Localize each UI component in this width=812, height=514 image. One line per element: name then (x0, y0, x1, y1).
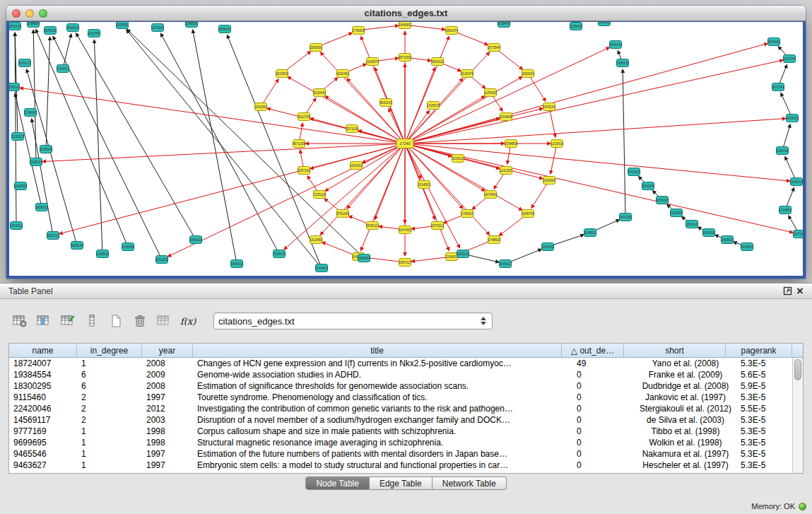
column-header-pagerank[interactable]: pagerank (726, 344, 792, 357)
graph-node[interactable]: 3216110 (452, 155, 464, 163)
graph-node[interactable]: 8595121 (366, 222, 379, 230)
graph-edge[interactable] (360, 36, 405, 144)
graph-edge[interactable] (26, 69, 77, 245)
table-row[interactable]: 969969511998Structural magnetic resonanc… (9, 437, 803, 448)
graph-edge[interactable] (623, 69, 625, 217)
graph-node[interactable]: 9551203 (155, 256, 168, 264)
graph-node[interactable]: 1364208 (598, 22, 611, 26)
graph-edge[interactable] (193, 30, 237, 264)
graph-node[interactable]: 1697117 (399, 259, 411, 267)
graph-node[interactable]: 7235118 (313, 191, 326, 199)
window-titlebar[interactable]: citations_edges.txt (6, 6, 806, 21)
graph-node[interactable]: 2298510 (185, 22, 198, 28)
graph-edge[interactable] (46, 37, 50, 149)
graph-node[interactable]: 9257163 (298, 167, 310, 175)
graph-node[interactable]: 2130256 (122, 243, 134, 251)
graph-node[interactable]: 1981374 (445, 27, 458, 35)
graph-node[interactable]: 3021765 (298, 113, 310, 121)
column-header-year[interactable]: year (142, 344, 193, 357)
graph-node[interactable]: 1410756 (88, 30, 100, 37)
graph-edge[interactable] (36, 29, 128, 247)
graph-node[interactable]: 1576212 (431, 222, 444, 230)
graph-node[interactable]: 1975163 (543, 103, 555, 111)
graph-node[interactable]: 1514531 (418, 181, 430, 189)
graph-edge[interactable] (405, 36, 449, 144)
graph-node[interactable]: 2061550 (254, 103, 267, 111)
graph-node[interactable]: 1862115 (686, 221, 698, 228)
table-row[interactable]: 1872400712008Changes of HCN gene express… (9, 358, 803, 369)
graph-node[interactable]: 1148154 (790, 178, 803, 186)
graph-node[interactable]: 2156089 (24, 109, 37, 117)
graph-node[interactable]: 2204937 (445, 253, 458, 261)
graph-node[interactable]: 4571208 (293, 140, 305, 148)
graph-node[interactable]: 1664951 (399, 22, 411, 29)
graph-node[interactable]: 2125439 (570, 23, 582, 30)
graph-node[interactable]: 8130476 (461, 70, 473, 78)
graph-node[interactable]: 4200491 (336, 70, 349, 78)
graph-node[interactable]: 1677180 (793, 230, 803, 238)
graph-node[interactable]: 1935027 (499, 260, 512, 268)
graph-node[interactable]: 1913455 (310, 236, 322, 244)
table-row[interactable]: 946554611997Estimation of the future num… (9, 448, 803, 460)
function-builder-icon[interactable]: f(x) (178, 312, 198, 330)
graph-node[interactable]: 1760317 (57, 65, 69, 73)
graph-node[interactable]: 9751430 (336, 210, 349, 218)
graph-node[interactable]: 1815528 (276, 70, 288, 78)
graph-edge[interactable] (288, 76, 405, 144)
graph-node[interactable]: 2235108 (40, 146, 52, 153)
graph-node[interactable]: 1958128 (35, 204, 48, 211)
graph-node[interactable]: 1036520 (96, 250, 109, 258)
graph-edge[interactable] (63, 34, 71, 69)
graph-edge[interactable] (405, 108, 543, 144)
graph-node[interactable]: 2571138 (346, 125, 358, 133)
graph-node[interactable]: 1159318 (776, 147, 789, 155)
graph-edge[interactable] (405, 144, 449, 251)
graph-node[interactable]: 9245012 (584, 229, 596, 237)
zoom-window-button[interactable] (39, 9, 47, 18)
graph-node[interactable]: 1221397 (500, 167, 512, 175)
graph-node[interactable]: 1852031 (522, 70, 534, 78)
graph-node[interactable]: 1697193 (619, 214, 632, 221)
graph-node[interactable]: 6609112 (431, 58, 444, 66)
new-file-icon[interactable] (106, 312, 126, 330)
graph-node[interactable]: 1045210 (702, 229, 715, 237)
graph-node[interactable]: 9651204 (642, 182, 654, 190)
graph-edge[interactable] (53, 36, 162, 259)
graph-node[interactable]: 17240 (396, 139, 413, 148)
graph-node[interactable]: 9572305 (399, 54, 411, 62)
graph-node[interactable]: 1325615 (427, 102, 440, 110)
graph-edge[interactable] (267, 108, 405, 144)
float-panel-icon[interactable] (781, 286, 794, 297)
graph-edge[interactable] (360, 144, 405, 251)
close-window-button[interactable] (12, 9, 20, 18)
show-columns-icon[interactable] (34, 312, 54, 330)
graph-node[interactable]: 1710554 (779, 206, 792, 214)
graph-node[interactable]: 1210616 (551, 140, 563, 148)
column-header-title[interactable]: title (193, 344, 562, 357)
column-edit-icon[interactable] (82, 312, 102, 330)
graph-edge[interactable] (33, 30, 36, 162)
table-selector-combo[interactable]: citations_edges.txt (213, 313, 493, 329)
table-row[interactable]: 1938455462009Genome-wide association stu… (9, 369, 803, 380)
table-row[interactable]: 1456911722003Disruption of a novel membe… (9, 414, 803, 426)
graph-edge[interactable] (42, 144, 405, 162)
graph-node[interactable]: 1655247 (218, 25, 231, 33)
graph-node[interactable]: 1966734 (609, 41, 622, 49)
graph-node[interactable]: 1050120 (9, 23, 21, 30)
graph-node[interactable]: 1254330 (484, 89, 497, 97)
graph-node[interactable]: 2620650 (14, 182, 27, 190)
graph-node[interactable]: 1554808 (505, 140, 517, 148)
graph-node[interactable]: 1895758 (522, 210, 534, 218)
graph-node[interactable]: 1875310 (656, 197, 669, 204)
graph-node[interactable]: 2030137 (18, 59, 31, 67)
table-row[interactable]: 977716911998Corpus callosum shape and si… (9, 426, 803, 437)
vertical-scrollbar[interactable] (792, 358, 803, 473)
merge-table-icon[interactable] (154, 312, 174, 330)
network-canvas[interactable]: 1724015548081221397197345417850331576212… (9, 22, 803, 276)
table-row[interactable]: 946362711997Embryonic stem cells: a mode… (9, 460, 803, 471)
graph-node[interactable]: 1830202 (350, 162, 363, 170)
graph-node[interactable]: 1303012 (10, 222, 23, 230)
graph-node[interactable]: 1915469 (543, 177, 555, 185)
graph-edge[interactable] (405, 144, 543, 179)
graph-node[interactable]: 8153442 (313, 89, 326, 97)
